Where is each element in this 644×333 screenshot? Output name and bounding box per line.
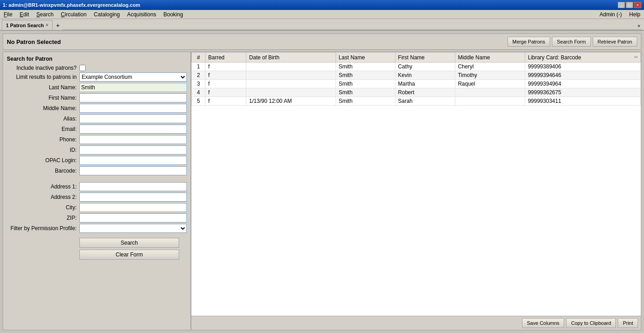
tab-add-button[interactable]: + xyxy=(54,21,63,30)
cell-library-card: 99999362675 xyxy=(525,88,640,97)
barcode-input[interactable] xyxy=(79,166,187,175)
address1-input[interactable] xyxy=(79,182,187,191)
alias-input[interactable] xyxy=(79,114,187,123)
cell-barred: f xyxy=(205,88,246,97)
cell-first-name: Martha xyxy=(395,80,455,88)
middle-name-label: Middle Name: xyxy=(7,105,79,111)
cell-barred: f xyxy=(205,97,246,106)
tab-patron-search[interactable]: 1 Patron Search × xyxy=(2,20,53,30)
first-name-row: First Name: xyxy=(7,93,187,102)
menu-circulation[interactable]: Circulation xyxy=(59,11,88,18)
menu-cataloging[interactable]: Cataloging xyxy=(92,11,122,18)
cell-dob: 1/13/90 12:00 AM xyxy=(246,97,336,106)
zip-label: ZIP: xyxy=(7,215,79,221)
close-button[interactable]: × xyxy=(634,2,641,8)
col-header-library-card[interactable]: Library Card: Barcode ⇔ xyxy=(525,53,640,63)
tab-close-all[interactable]: × xyxy=(636,22,642,30)
table-row[interactable]: 2 f Smith Kevin Timothy 99999394646 xyxy=(192,71,641,80)
cell-last-name: Smith xyxy=(336,88,395,97)
form-buttons: Search Clear Form xyxy=(7,238,187,260)
restore-button[interactable]: □ xyxy=(626,2,633,8)
menu-acquisitions[interactable]: Acquisitions xyxy=(125,11,158,18)
opac-login-input[interactable] xyxy=(79,156,187,165)
cell-dob xyxy=(246,71,336,80)
city-input[interactable] xyxy=(79,203,187,212)
tab-close-icon[interactable]: × xyxy=(46,23,49,28)
results-panel: # Barred Date of Birth Last Name xyxy=(191,52,641,330)
include-inactive-label: Include inactive patrons? xyxy=(7,65,79,71)
menu-file[interactable]: File xyxy=(2,11,14,18)
email-input[interactable] xyxy=(79,125,187,134)
cell-library-card: 99999389406 xyxy=(525,63,640,71)
cell-barred: f xyxy=(205,80,246,88)
cell-middle-name xyxy=(455,88,525,97)
limit-results-select[interactable]: Example Consortium xyxy=(79,72,187,82)
middle-name-input[interactable] xyxy=(79,104,187,113)
help-menu[interactable]: Help xyxy=(627,11,642,18)
last-name-input[interactable] xyxy=(79,83,187,92)
limit-results-label: Limit results to patrons in xyxy=(7,74,79,80)
filter-profile-row: Filter by Permission Profile: xyxy=(7,224,187,233)
clear-form-button[interactable]: Clear Form xyxy=(79,250,179,260)
results-table: # Barred Date of Birth Last Name xyxy=(191,52,641,106)
results-table-container[interactable]: # Barred Date of Birth Last Name xyxy=(191,52,641,316)
search-button[interactable]: Search xyxy=(79,238,179,248)
zip-input[interactable] xyxy=(79,213,187,222)
city-row: City: xyxy=(7,203,187,212)
title-bar-buttons: _ □ × xyxy=(618,2,641,8)
menu-search[interactable]: Search xyxy=(34,11,55,18)
cell-first-name: Cathy xyxy=(395,63,455,71)
col-header-barred[interactable]: Barred xyxy=(205,53,246,63)
merge-patrons-button[interactable]: Merge Patrons xyxy=(507,37,550,47)
col-header-last-name[interactable]: Last Name xyxy=(336,53,395,63)
id-label: ID: xyxy=(7,147,79,153)
col-header-dob[interactable]: Date of Birth xyxy=(246,53,336,63)
address1-label: Address 1: xyxy=(7,183,79,190)
col-header-first-name[interactable]: First Name xyxy=(395,53,455,63)
cell-middle-name: Cheryl xyxy=(455,63,525,71)
table-row[interactable]: 3 f Smith Martha Raquel 99999394964 xyxy=(192,80,641,88)
first-name-input[interactable] xyxy=(79,93,187,102)
title-bar: 1: admin@BR1-winxpvmfx.phasefx.evergreen… xyxy=(0,0,644,10)
table-row[interactable]: 4 f Smith Robert 99999362675 xyxy=(192,88,641,97)
address2-input[interactable] xyxy=(79,193,187,202)
filter-profile-select[interactable] xyxy=(79,224,187,233)
phone-input[interactable] xyxy=(79,135,187,144)
include-inactive-checkbox[interactable] xyxy=(79,65,86,71)
cell-last-name: Smith xyxy=(336,63,395,71)
cell-barred: f xyxy=(205,71,246,80)
cell-last-name: Smith xyxy=(336,97,395,106)
minimize-button[interactable]: _ xyxy=(618,2,625,8)
first-name-label: First Name: xyxy=(7,95,79,101)
cell-num: 3 xyxy=(192,80,205,88)
cell-middle-name xyxy=(455,97,525,106)
zip-row: ZIP: xyxy=(7,213,187,222)
include-inactive-row: Include inactive patrons? xyxy=(7,65,187,71)
menu-edit[interactable]: Edit xyxy=(18,11,31,18)
results-bottom-bar: Save Columns Copy to Clipboard Print xyxy=(191,316,641,330)
id-input[interactable] xyxy=(79,145,187,154)
id-row: ID: xyxy=(7,145,187,154)
col-header-middle-name[interactable]: Middle Name xyxy=(455,53,525,63)
work-area: Search for Patron Include inactive patro… xyxy=(3,52,641,330)
search-form-title: Search for Patron xyxy=(7,56,187,62)
tab-bar: 1 Patron Search × + × xyxy=(0,19,644,31)
barcode-label: Barcode: xyxy=(7,168,79,174)
print-button[interactable]: Print xyxy=(618,318,638,328)
col-resize-icon[interactable]: ⇔ xyxy=(634,54,638,59)
retrieve-patron-button[interactable]: Retrieve Patron xyxy=(593,37,637,47)
table-row[interactable]: 1 f Smith Cathy Cheryl 99999389406 xyxy=(192,63,641,71)
admin-menu[interactable]: Admin (-) xyxy=(598,11,624,18)
cell-library-card: 99999303411 xyxy=(525,97,640,106)
search-form-button[interactable]: Search Form xyxy=(552,37,591,47)
alias-label: Alias: xyxy=(7,116,79,122)
opac-login-row: OPAC Login: xyxy=(7,156,187,165)
save-columns-button[interactable]: Save Columns xyxy=(522,318,565,328)
col-header-num[interactable]: # xyxy=(192,53,205,63)
copy-clipboard-button[interactable]: Copy to Clipboard xyxy=(566,318,616,328)
table-row[interactable]: 5 f 1/13/90 12:00 AM Smith Sarah 9999930… xyxy=(192,97,641,106)
address2-label: Address 2: xyxy=(7,194,79,200)
address2-row: Address 2: xyxy=(7,193,187,202)
cell-barred: f xyxy=(205,63,246,71)
menu-booking[interactable]: Booking xyxy=(161,11,185,18)
